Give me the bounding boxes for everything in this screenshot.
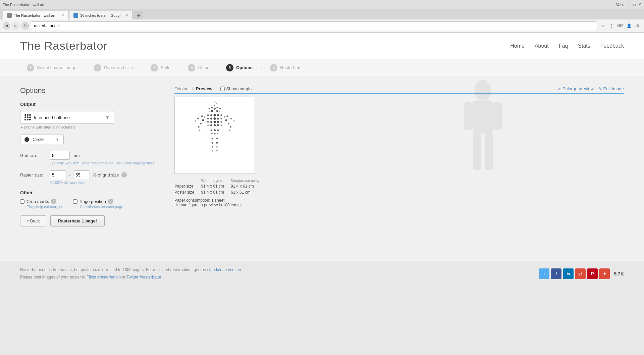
checkboxes-row: Crop marks ? They help cut margins Page … [20,199,161,209]
step-4[interactable]: 4 Color [181,64,215,71]
profile-icon[interactable]: 👤 [625,22,633,30]
step-1[interactable]: 1 Select source image [20,64,83,71]
raster-size-label: Raster size: [20,172,47,178]
nav-feedback[interactable]: Feedback [600,43,624,49]
grid-size-label: Grid size: [20,153,47,158]
svg-point-24 [220,118,222,119]
svg-point-53 [216,138,218,139]
page-position-checkbox[interactable] [73,199,77,204]
forward-button[interactable]: ▶ [12,22,19,30]
social-twitter[interactable]: t [539,268,549,279]
sep-5: › [261,65,262,70]
svg-point-47 [217,130,219,131]
minimize-icon[interactable]: — [627,3,631,7]
hashtag-rasterbator[interactable]: #rasterbator [140,275,161,280]
preview-tab-sep: | [192,86,193,91]
tab-preview[interactable]: Preview [196,86,212,91]
step-2[interactable]: 2 Paper and size [87,64,140,71]
hashtag-rasterbation[interactable]: #rasterbation [97,275,121,280]
enlarge-preview-link[interactable]: ⤢ Enlarge preview [557,86,594,91]
title-bar-user: Vasu [616,3,624,7]
star-icon[interactable]: ☆ [599,22,606,30]
social-facebook[interactable]: f [551,268,561,279]
nav-home[interactable]: Home [510,43,525,49]
svg-point-70 [215,101,216,102]
halftone-icon [24,114,31,121]
halftone-dropdown-arrow: ▼ [105,115,110,120]
grid-size-input[interactable] [50,151,70,160]
edit-image-text: Edit image [603,86,624,91]
page-position-help[interactable]: ? [108,199,113,204]
svg-point-66 [219,111,220,112]
settings-icon[interactable]: ⚙ [634,22,641,30]
page-wrapper: The Rasterbator Home About Faq Stats Fee… [0,33,644,261]
step-1-num: 1 [27,64,34,71]
step-5[interactable]: 5 Options [219,64,259,71]
back-button[interactable]: « Back [20,215,46,226]
svg-point-52 [212,138,213,139]
nav-faq[interactable]: Faq [559,43,568,49]
svg-point-27 [204,116,205,117]
menu-icon[interactable]: ⋮ [608,22,615,30]
tab-rasterbator[interactable]: The Rasterbator - wall art ... ✕ [3,11,68,19]
human-figure-text: Human figure in preview is 180 cm tall [174,203,624,207]
nav-about[interactable]: About [535,43,549,49]
crop-marks-checkbox[interactable] [20,199,24,204]
site-footer: Rasterbator.net is free to use, but post… [0,261,644,286]
step-3[interactable]: 3 Style [144,64,177,71]
step-2-num: 2 [94,64,101,71]
flickr-link[interactable]: Flickr [87,275,96,280]
tab-original[interactable]: Original [174,86,190,91]
table-row-poster: Poster size 91.4 x 61 cm 61 x 61 cm [174,189,266,195]
circle-icon [24,137,29,142]
nav-bar: ◀ ▶ ↻ ☆ ⋮ ABP 👤 ⚙ [0,19,644,32]
grid-size-hint: Typically 5-25 mm, larger sizes may be u… [50,161,161,165]
halftone-dropdown[interactable]: Interlaced halftone ▼ [20,111,114,124]
social-pinterest[interactable]: P [587,268,598,279]
raster-size-input1[interactable] [50,170,66,179]
site-nav: Home About Faq Stats Feedback [510,43,624,49]
show-margin-label[interactable]: Show margin [220,86,252,91]
step-3-label: Style [161,65,170,70]
tab-new[interactable]: + [134,11,143,19]
other-label: Other [20,190,161,195]
tab-google[interactable]: 36 inches to mm - Googl... ✕ [69,11,132,19]
crop-marks-help[interactable]: ? [51,199,56,204]
restore-icon[interactable]: □ [633,3,636,7]
edit-image-link[interactable]: ✎ Edit image [598,86,624,91]
standalone-link[interactable]: standalone version [207,267,241,272]
address-bar[interactable] [31,21,597,30]
svg-point-56 [212,146,213,148]
right-panel: Original | Preview Show margin ⤢ Enlarge… [174,86,624,226]
step-6[interactable]: 6 Rasterbate [263,64,308,71]
tab-close-rasterbator[interactable]: ✕ [61,13,64,17]
page-position-hint: Coordinates on each page [80,205,123,209]
svg-point-12 [216,110,218,112]
svg-point-51 [211,133,213,134]
social-google-plus[interactable]: g+ [575,268,586,279]
nav-stats[interactable]: Stats [578,43,590,49]
svg-point-13 [211,110,213,112]
social-linkedin[interactable]: in [563,268,574,279]
rasterbate-button[interactable]: Rasterbate 1 page! [50,215,105,226]
svg-point-69 [216,103,217,104]
show-margin-checkbox[interactable] [220,87,225,91]
tab-label-rasterbator: The Rasterbator - wall art ... [14,13,59,17]
close-icon[interactable]: ✕ [638,2,641,7]
svg-point-34 [229,130,230,131]
refresh-button[interactable]: ↻ [21,22,29,30]
svg-point-23 [210,117,212,119]
svg-point-41 [214,124,216,126]
extension-icon[interactable]: ABP [616,22,624,30]
twitter-link[interactable]: Twitter [126,275,138,280]
social-google-plus2[interactable]: + [599,268,610,279]
svg-point-15 [209,108,210,109]
raster-size-input2[interactable] [73,170,90,179]
circle-dropdown[interactable]: Circle ▼ [20,135,64,144]
tab-close-google[interactable]: ✕ [125,13,128,17]
svg-point-19 [220,114,222,116]
social-bar: t f in g+ P + 5.7K [539,268,624,279]
svg-point-29 [202,119,204,121]
raster-help-icon[interactable]: ? [121,172,127,178]
back-button[interactable]: ◀ [3,22,10,30]
